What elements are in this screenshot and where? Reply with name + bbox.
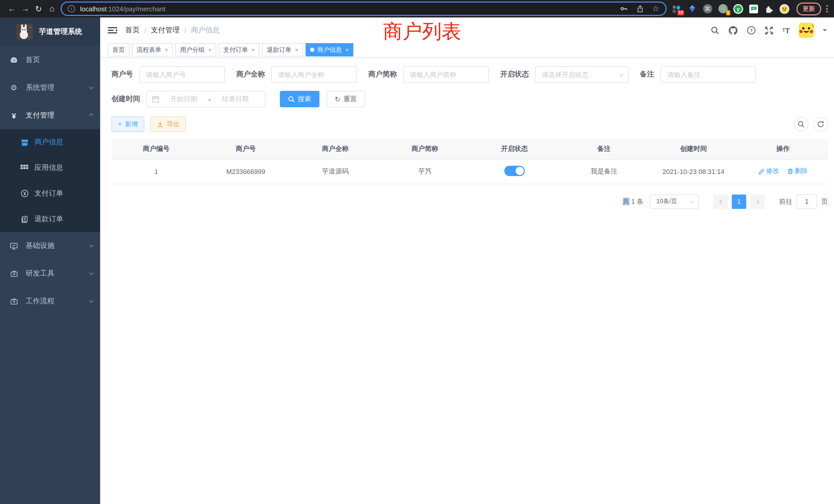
page-size-select[interactable]: 10条/页 xyxy=(650,194,699,209)
cell-short-name: 芋艿 xyxy=(380,159,470,184)
back-icon[interactable]: ← xyxy=(5,4,19,13)
extension-chat-icon[interactable] xyxy=(749,4,759,14)
browser-toolbar: ← → ↻ ⌂ i localhost:1024/pay/merchant ☆ … xyxy=(0,0,834,18)
sidebar-logo[interactable]: 芋道管理系统 xyxy=(0,18,100,46)
close-icon[interactable]: × xyxy=(251,47,255,53)
next-page-button[interactable] xyxy=(750,194,765,209)
user-avatar[interactable] xyxy=(798,23,814,38)
delete-link[interactable]: 删除 xyxy=(787,167,808,176)
sidebar-item-dev-tools[interactable]: 研发工具 xyxy=(0,260,100,288)
cell-actions: 修改 删除 xyxy=(738,159,828,184)
profile-avatar-icon[interactable] xyxy=(780,4,789,14)
home-icon[interactable]: ⌂ xyxy=(45,4,59,13)
page-number-1[interactable]: 1 xyxy=(732,194,746,209)
breadcrumb-separator: / xyxy=(144,26,146,35)
breadcrumb-home[interactable]: 首页 xyxy=(125,26,140,35)
briefcase-icon xyxy=(9,298,19,305)
extension-yudao-icon[interactable]: y xyxy=(733,4,743,14)
tab-refund-order[interactable]: 退款订单× xyxy=(262,43,303,56)
add-button[interactable]: + 新增 xyxy=(111,116,145,132)
export-button[interactable]: 导出 xyxy=(151,116,186,132)
tab-merchant-info[interactable]: 商户信息× xyxy=(306,43,354,56)
toggle-search-button[interactable] xyxy=(794,117,808,131)
sidebar-item-label: 退款订单 xyxy=(35,214,63,224)
search-button[interactable]: 搜索 xyxy=(280,91,320,107)
fullscreen-icon[interactable] xyxy=(765,26,774,35)
breadcrumb-separator: / xyxy=(184,26,186,35)
site-info-icon[interactable]: i xyxy=(68,5,75,12)
screen: ← → ↻ ⌂ i localhost:1024/pay/merchant ☆ … xyxy=(0,0,834,504)
sidebar-item-label: 研发工具 xyxy=(26,269,90,278)
reload-icon[interactable]: ↻ xyxy=(32,4,45,14)
sidebar-item-payment[interactable]: ¥ 支付管理 xyxy=(0,101,100,129)
active-dot xyxy=(310,48,314,52)
remark-input[interactable] xyxy=(660,66,756,83)
merchant-no-label: 商户号 xyxy=(111,70,133,79)
help-icon[interactable]: ? xyxy=(747,26,756,35)
extension-recorder-icon[interactable]: 1 xyxy=(718,4,728,14)
sidebar-item-system[interactable]: ⚙ 系统管理 xyxy=(0,74,100,101)
status-select[interactable] xyxy=(535,66,629,83)
edit-link[interactable]: 修改 xyxy=(759,167,779,176)
extension-command-icon[interactable]: ⌘ xyxy=(703,4,712,14)
cell-status xyxy=(470,159,559,184)
cell-create-time: 2021-10-23 08:31:14 xyxy=(649,159,739,184)
extension-gem-icon[interactable] xyxy=(687,4,697,14)
col-actions: 操作 xyxy=(738,139,828,159)
tab-user-group[interactable]: 用户分组× xyxy=(175,43,216,56)
status-toggle-on[interactable] xyxy=(504,165,525,176)
tab-process-form[interactable]: 流程表单× xyxy=(132,43,173,56)
shop-icon xyxy=(20,138,29,146)
close-icon[interactable]: × xyxy=(346,47,349,53)
browser-menu-icon[interactable] xyxy=(824,5,830,12)
font-size-icon[interactable]: TT xyxy=(783,26,790,35)
sidebar-item-label: 支付管理 xyxy=(26,111,90,120)
password-key-icon[interactable] xyxy=(620,5,628,13)
yen-icon: ¥ xyxy=(9,111,19,120)
logo-image xyxy=(17,24,33,40)
extension-tabs-icon[interactable]: 10 xyxy=(672,4,681,14)
sidebar-item-merchant-info[interactable]: 商户信息 xyxy=(0,129,100,155)
sidebar-item-pay-order[interactable]: 支付订单 xyxy=(0,181,100,206)
date-range-picker[interactable]: 开始日期 - 结束日期 xyxy=(146,91,265,107)
sidebar-item-workflow[interactable]: 工作流程 xyxy=(0,288,100,315)
prev-page-button[interactable] xyxy=(713,194,728,209)
search-icon[interactable] xyxy=(711,26,720,35)
share-icon[interactable] xyxy=(636,5,644,13)
browser-update-button[interactable]: 更新 xyxy=(796,2,821,15)
col-merchant-id: 商户编号 xyxy=(111,139,201,159)
refresh-table-button[interactable] xyxy=(813,117,828,131)
reset-button[interactable]: ↻ 重置 xyxy=(327,91,365,107)
breadcrumb-payment[interactable]: 支付管理 xyxy=(151,26,180,35)
forward-icon[interactable]: → xyxy=(19,4,32,13)
sidebar-item-app-info[interactable]: 应用信息 xyxy=(0,155,100,181)
goto-page-input[interactable] xyxy=(796,194,817,209)
tag-view-bar: 首页 流程表单× 用户分组× 支付订单× 退款订单× 商户信息× xyxy=(100,43,834,58)
sidebar-item-infrastructure[interactable]: 基础设施 xyxy=(0,232,100,260)
full-name-input[interactable] xyxy=(271,66,357,83)
chevron-right-icon xyxy=(755,199,759,204)
github-icon[interactable] xyxy=(728,25,738,35)
tab-pay-order[interactable]: 支付订单× xyxy=(219,43,260,56)
avatar-dropdown-caret[interactable] xyxy=(823,29,827,33)
extension-badge: 10 xyxy=(677,10,684,15)
merchant-no-input[interactable] xyxy=(139,66,225,83)
sidebar-item-home[interactable]: 首页 xyxy=(0,46,100,74)
sidebar-item-label: 工作流程 xyxy=(26,297,90,306)
tab-home[interactable]: 首页 xyxy=(108,43,129,56)
remark-label: 备注 xyxy=(640,70,654,79)
chevron-down-icon xyxy=(691,200,694,203)
close-icon[interactable]: × xyxy=(295,47,299,53)
extensions-puzzle-icon[interactable] xyxy=(764,4,774,14)
address-bar[interactable]: i localhost:1024/pay/merchant ☆ xyxy=(61,2,666,16)
close-icon[interactable]: × xyxy=(208,47,212,53)
bookmark-star-icon[interactable]: ☆ xyxy=(652,5,659,13)
short-name-label: 商户简称 xyxy=(368,70,397,79)
extension-badge-1: 1 xyxy=(726,10,730,15)
calendar-icon xyxy=(152,95,159,102)
payment-submenu: 商户信息 应用信息 支付订单 xyxy=(0,129,100,232)
short-name-input[interactable] xyxy=(403,66,489,83)
sidebar-fold-icon[interactable] xyxy=(108,26,117,35)
sidebar-item-refund-order[interactable]: 退款订单 xyxy=(0,206,100,232)
close-icon[interactable]: × xyxy=(165,47,168,53)
